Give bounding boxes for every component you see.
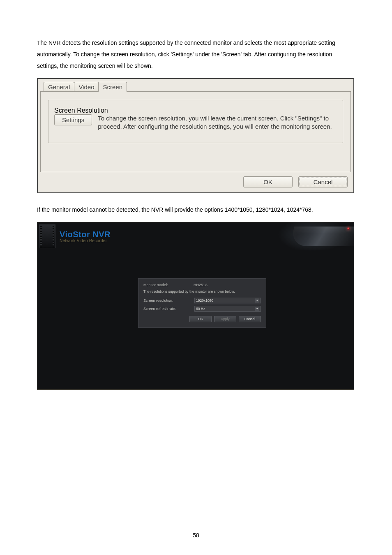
screen-resolution-select[interactable]: 1920x1080 ▾ [194,298,261,303]
brand-title: VioStor NVR [60,230,111,238]
cancel-button[interactable]: Cancel [298,176,348,187]
refresh-rate-label: Screen refresh rate: [143,307,194,311]
screen-resolution-label: Screen resolution: [143,298,194,303]
refresh-rate-select[interactable]: 60 Hz ▾ [194,306,261,312]
resolution-panel: Monitor model: HH251A The resolutions su… [138,278,266,328]
screen-resolution-value: 1920x1080 [196,298,213,303]
intro-paragraph-2: If the monitor model cannot be detected,… [37,204,355,215]
panel-ok-button[interactable]: OK [189,316,212,322]
chevron-down-icon: ▾ [255,307,259,311]
page-number: 58 [0,532,392,539]
nvr-resolution-screenshot: VioStor NVR Network Video Recorder Monit… [37,222,354,390]
settings-button[interactable]: Settings [54,114,92,125]
settings-description: To change the screen resolution, you wil… [98,114,337,130]
monitor-model-value: HH251A [194,283,208,287]
panel-apply-button[interactable]: Apply [214,316,236,322]
supported-text: The resolutions supported by the monitor… [143,289,261,294]
ok-button[interactable]: OK [243,176,293,187]
film-thumbnail-icon [39,224,55,248]
brand-subtitle: Network Video Recorder [60,238,111,243]
camera-decoration [263,222,354,250]
tab-video[interactable]: Video [74,82,99,92]
tab-general[interactable]: General [44,82,74,92]
panel-cancel-button[interactable]: Cancel [239,316,261,322]
camera-led-icon [347,227,350,230]
tab-screen[interactable]: Screen [98,82,127,92]
refresh-rate-value: 60 Hz [196,307,205,311]
chevron-down-icon: ▾ [255,298,259,303]
settings-dialog-screenshot: General Video Screen Screen Resolution S… [37,78,354,193]
intro-paragraph-1: The NVR detects the resolution settings … [37,37,355,72]
group-title: Screen Resolution [54,107,108,114]
monitor-model-label: Monitor model: [143,283,194,287]
